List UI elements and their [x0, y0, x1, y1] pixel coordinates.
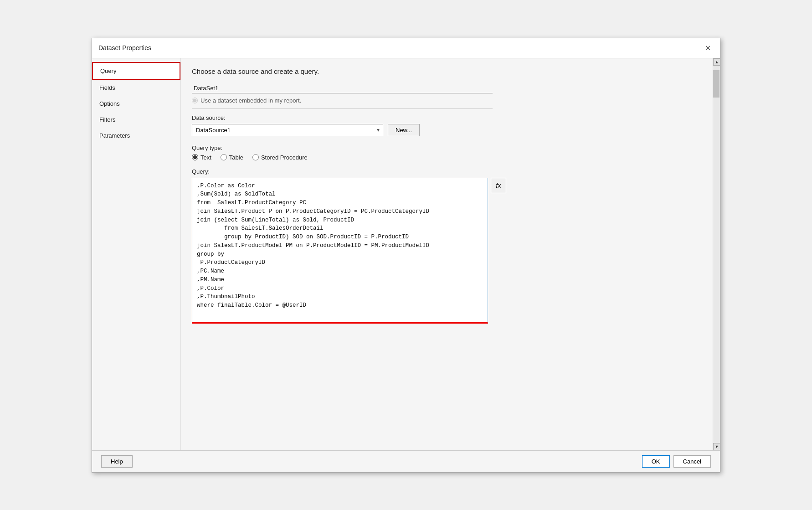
- divider: [192, 108, 493, 109]
- sidebar-item-query[interactable]: Query: [92, 62, 180, 80]
- dataset-name-row: [192, 83, 702, 93]
- querytype-table-radio[interactable]: [221, 154, 227, 160]
- scroll-down-arrow[interactable]: ▼: [713, 443, 720, 450]
- ok-button[interactable]: OK: [642, 455, 670, 468]
- dialog-body: Query Fields Options Filters Parameters …: [92, 58, 720, 450]
- sidebar-item-filters[interactable]: Filters: [92, 112, 180, 128]
- querytype-row: Text Table Stored Procedure: [192, 154, 702, 161]
- query-area-wrapper: fx: [192, 178, 702, 324]
- sidebar-item-options[interactable]: Options: [92, 96, 180, 112]
- querytype-label: Query type:: [192, 144, 702, 151]
- sidebar-item-parameters[interactable]: Parameters: [92, 128, 180, 144]
- help-button[interactable]: Help: [101, 455, 133, 468]
- querytype-storedproc-radio[interactable]: [252, 154, 259, 160]
- querytype-table-option[interactable]: Table: [221, 154, 243, 161]
- sidebar: Query Fields Options Filters Parameters: [92, 58, 181, 450]
- main-scrollbar[interactable]: ▲ ▼: [713, 58, 720, 450]
- embedded-radio[interactable]: [192, 98, 198, 103]
- footer-right-buttons: OK Cancel: [642, 455, 711, 468]
- datasource-select-wrapper: DataSource1: [192, 124, 383, 136]
- dialog-title: Dataset Properties: [98, 44, 151, 52]
- dialog-footer: Help OK Cancel: [92, 450, 720, 472]
- dataset-properties-dialog: Dataset Properties ✕ Query Fields Option…: [92, 38, 720, 473]
- embedded-radio-row: Use a dataset embedded in my report.: [192, 97, 702, 104]
- fx-button[interactable]: fx: [491, 178, 506, 193]
- querytype-storedproc-label: Stored Procedure: [261, 154, 308, 161]
- close-button[interactable]: ✕: [702, 43, 714, 53]
- dataset-name-input[interactable]: [192, 83, 493, 93]
- scroll-track: [713, 66, 720, 443]
- embedded-radio-label: Use a dataset embedded in my report.: [200, 97, 301, 104]
- dataset-section: Use a dataset embedded in my report. Dat…: [192, 83, 702, 324]
- title-bar: Dataset Properties ✕: [92, 38, 720, 58]
- cancel-button[interactable]: Cancel: [673, 455, 711, 468]
- querytype-text-radio[interactable]: [192, 154, 198, 160]
- scroll-thumb[interactable]: [713, 70, 719, 98]
- querytype-text-option[interactable]: Text: [192, 154, 211, 161]
- datasource-label: Data source:: [192, 114, 702, 121]
- querytype-table-label: Table: [229, 154, 243, 161]
- querytype-storedproc-option[interactable]: Stored Procedure: [252, 154, 308, 161]
- querytype-text-label: Text: [200, 154, 211, 161]
- sidebar-item-fields[interactable]: Fields: [92, 80, 180, 96]
- query-textarea[interactable]: [192, 178, 488, 324]
- scroll-up-arrow[interactable]: ▲: [713, 58, 720, 66]
- main-title: Choose a data source and create a query.: [192, 67, 702, 75]
- query-label: Query:: [192, 168, 702, 175]
- new-button[interactable]: New...: [388, 124, 420, 136]
- main-content: Choose a data source and create a query.…: [181, 58, 713, 450]
- datasource-row: DataSource1 New...: [192, 124, 702, 136]
- datasource-select[interactable]: DataSource1: [192, 124, 383, 136]
